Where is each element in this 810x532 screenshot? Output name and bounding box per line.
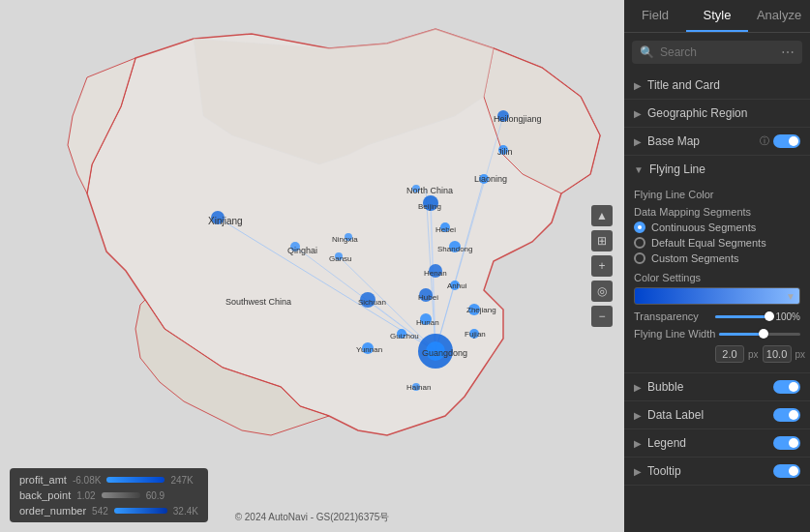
line-width-slider[interactable] <box>719 333 800 336</box>
legend-profit: profit_amt -6.08K 247K <box>19 474 198 486</box>
legend-order-min: 542 <box>92 506 108 517</box>
search-bar[interactable]: 🔍 ⋯ <box>632 41 802 64</box>
svg-text:North China: North China <box>406 186 453 195</box>
svg-text:Hubei: Hubei <box>418 293 438 302</box>
transparency-value: 100% <box>773 311 800 322</box>
svg-text:Hainan: Hainan <box>406 383 431 392</box>
tab-style[interactable]: Style <box>686 0 748 32</box>
section-bubble-label: Bubble <box>647 380 773 394</box>
map-container[interactable]: Xinjiang Qinghai Ningxia Gansu North Chi… <box>0 0 624 532</box>
map-controls: ▲ ⊞ + ◎ − <box>591 205 613 327</box>
legend-profit-min: -6.08K <box>73 475 101 486</box>
info-icon: ⓘ <box>760 134 769 148</box>
legend-profit-label: profit_amt <box>19 474 67 486</box>
svg-text:Heilongjiang: Heilongjiang <box>494 114 542 124</box>
tooltip-toggle[interactable] <box>773 464 800 478</box>
radio-custom[interactable]: Custom Segments <box>634 252 800 264</box>
width-max-input[interactable] <box>763 345 792 363</box>
radio-custom-label: Custom Segments <box>651 252 738 264</box>
section-tooltip[interactable]: ▶ Tooltip <box>624 458 810 486</box>
chevron-right-icon: ▶ <box>634 80 642 91</box>
tab-analyze[interactable]: Analyze <box>748 0 810 32</box>
bubble-toggle[interactable] <box>773 380 800 394</box>
radio-custom-dot[interactable] <box>634 252 645 264</box>
section-geographic-region[interactable]: ▶ Geographic Region <box>624 100 810 128</box>
section-data-label[interactable]: ▶ Data Label <box>624 401 810 429</box>
svg-text:Gansu: Gansu <box>329 254 352 263</box>
map-locate[interactable]: ◎ <box>591 281 613 302</box>
legend-back-min: 1.02 <box>76 490 95 501</box>
section-legend[interactable]: ▶ Legend <box>624 429 810 458</box>
width-max-unit: px <box>795 349 806 360</box>
data-mapping-label: Data Mapping Segments <box>634 206 800 218</box>
chevron-right-icon-3: ▶ <box>634 136 642 147</box>
svg-text:Fujian: Fujian <box>465 330 486 339</box>
transparency-thumb[interactable] <box>765 311 774 321</box>
radio-group-segments: Continuous Segments Default Equal Segmen… <box>634 222 800 264</box>
transparency-row: Transparency 100% <box>634 310 800 322</box>
chevron-down-icon: ▼ <box>634 164 644 175</box>
width-min-unit: px <box>748 349 759 360</box>
radio-default-equal-label: Default Equal Segments <box>651 237 766 249</box>
section-geo-label: Geographic Region <box>647 106 800 120</box>
search-input[interactable] <box>660 45 775 59</box>
data-label-chevron-icon: ▶ <box>634 410 642 421</box>
data-label-toggle[interactable] <box>773 408 800 422</box>
map-zoom-box[interactable]: ⊞ <box>591 230 613 251</box>
legend-toggle[interactable] <box>773 436 800 450</box>
radio-default-equal-dot[interactable] <box>634 237 645 249</box>
legend-back-label: back_point <box>19 489 71 501</box>
section-data-label-label: Data Label <box>647 408 773 422</box>
base-map-toggle[interactable] <box>773 134 800 148</box>
svg-text:Yunnan: Yunnan <box>356 345 382 354</box>
section-tooltip-label: Tooltip <box>647 464 773 478</box>
flying-line-header[interactable]: ▼ Flying Line <box>634 156 800 183</box>
legend-profit-max: 247K <box>170 475 193 486</box>
color-gradient-bar[interactable]: ▼ <box>634 287 800 305</box>
section-title-card[interactable]: ▶ Title and Card <box>624 72 810 100</box>
legend-order-label: order_number <box>19 505 86 517</box>
transparency-label: Transparency <box>634 310 711 322</box>
svg-text:Anhui: Anhui <box>447 281 467 290</box>
map-attribution: © 2024 AutoNavi - GS(2021)6375号 <box>235 511 390 524</box>
map-zoom-plus[interactable]: + <box>591 255 613 277</box>
svg-text:Guizhou: Guizhou <box>390 332 419 340</box>
svg-text:Shandong: Shandong <box>437 245 472 253</box>
width-min-input[interactable] <box>715 345 744 363</box>
legend-profit-bar <box>106 477 165 483</box>
options-icon[interactable]: ⋯ <box>781 44 795 60</box>
map-zoom-triangle[interactable]: ▲ <box>591 205 613 226</box>
section-base-map-label: Base Map <box>647 134 760 148</box>
svg-text:Liaoning: Liaoning <box>474 174 507 184</box>
line-width-row: Flying Line Width <box>634 328 800 340</box>
tooltip-chevron-icon: ▶ <box>634 466 642 477</box>
line-width-thumb[interactable] <box>759 329 768 339</box>
transparency-slider[interactable] <box>715 315 769 318</box>
map-svg: Xinjiang Qinghai Ningxia Gansu North Chi… <box>0 0 624 532</box>
flying-line-label: Flying Line <box>649 163 705 176</box>
bubble-chevron-icon: ▶ <box>634 382 642 393</box>
radio-continuous[interactable]: Continuous Segments <box>634 222 800 233</box>
legend-back-max: 60.9 <box>146 490 165 501</box>
svg-text:Beijing: Beijing <box>418 202 441 211</box>
line-width-label: Flying Line Width <box>634 328 715 340</box>
section-bubble[interactable]: ▶ Bubble <box>624 373 810 401</box>
svg-text:Southwest China: Southwest China <box>225 297 291 307</box>
legend-order: order_number 542 32.4K <box>19 505 198 517</box>
svg-text:Hebei: Hebei <box>435 225 456 234</box>
section-title-card-label: Title and Card <box>647 78 800 92</box>
color-settings-label: Color Settings <box>634 272 800 283</box>
legend-back-bar <box>102 492 140 498</box>
line-width-fill <box>719 333 764 336</box>
svg-text:Sichuan: Sichuan <box>358 298 386 307</box>
section-legend-label: Legend <box>647 436 773 450</box>
radio-default-equal[interactable]: Default Equal Segments <box>634 237 800 249</box>
svg-text:Qinghai: Qinghai <box>287 246 317 255</box>
map-zoom-minus[interactable]: − <box>591 306 613 327</box>
svg-text:Jilin: Jilin <box>497 147 513 157</box>
svg-text:Ningxia: Ningxia <box>332 235 358 244</box>
radio-continuous-dot[interactable] <box>634 222 645 233</box>
legend-chevron-icon: ▶ <box>634 438 642 449</box>
tab-field[interactable]: Field <box>624 0 686 32</box>
section-base-map[interactable]: ▶ Base Map ⓘ <box>624 128 810 156</box>
